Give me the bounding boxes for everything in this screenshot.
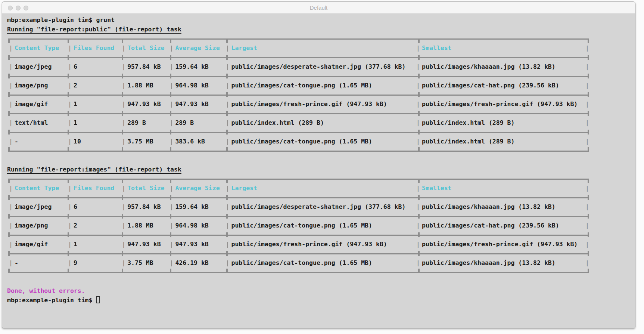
table-cell: 426.19 kB (169, 258, 225, 267)
table-grid-line (8, 53, 589, 62)
table-grid-line (8, 71, 589, 81)
table-cell: 383.6 kB (169, 137, 225, 146)
table-header-row: Content Type Files Found Total Size Aver… (8, 183, 589, 193)
table-row: image/png 2 1.88 MB 964.98 kB public/ima… (8, 81, 589, 90)
table-cell: 9 (67, 258, 121, 267)
table-row: image/jpeg 6 957.84 kB 159.64 kB public/… (8, 202, 589, 211)
table-row: image/gif 1 947.93 kB 947.93 kB public/i… (8, 99, 589, 109)
table-row: image/png 2 1.88 MB 964.98 kB public/ima… (8, 221, 589, 230)
table-cell: 947.93 kB (169, 99, 225, 109)
shell-prompt: mbp:example-plugin tim$ (7, 16, 92, 24)
table-cell: 1 (67, 99, 121, 109)
window-titlebar[interactable]: Default (2, 2, 635, 14)
file-report-table-images: Content Type Files Found Total Size Aver… (8, 174, 589, 277)
table-cell: 289 B (121, 118, 169, 127)
table-cell: image/jpeg (8, 202, 67, 211)
terminal-cursor (96, 296, 100, 303)
table-row: - 10 3.75 MB 383.6 kB public/images/cat-… (8, 137, 589, 146)
table-cell: public/images/khaaaan.jpg (13.82 kB) (416, 258, 585, 267)
column-header: Smallest (416, 183, 585, 193)
done-line: Done, without errors. (7, 286, 635, 296)
task-heading: Running "file-report:public" (file-repor… (7, 26, 181, 33)
table-cell: 10 (67, 137, 121, 146)
minimize-button[interactable] (16, 6, 21, 10)
column-header: Content Type (8, 183, 67, 193)
table-grid-line (8, 90, 589, 99)
zoom-button[interactable] (24, 6, 28, 10)
column-header: Files Found (67, 183, 121, 193)
table-cell: 2 (67, 81, 121, 90)
file-report-table-public: Content Type Files Found Total Size Aver… (8, 34, 589, 155)
column-header: Largest (225, 43, 416, 53)
table-grid-line (8, 267, 589, 277)
table-grid-line (8, 109, 589, 118)
table-row: text/html 1 289 B 289 B public/index.htm… (8, 118, 589, 127)
column-header: Content Type (8, 43, 67, 53)
table-cell: public/index.html (289 B) (416, 137, 585, 146)
table-cell: image/png (8, 81, 67, 90)
task-heading: Running "file-report:images" (file-repor… (7, 166, 181, 173)
table-cell: public/index.html (289 B) (225, 118, 416, 127)
table-grid-line (8, 146, 589, 155)
table-header-row: Content Type Files Found Total Size Aver… (8, 43, 589, 53)
column-header: Total Size (121, 43, 169, 53)
table-cell: 2 (67, 221, 121, 230)
table-cell: 289 B (169, 118, 225, 127)
table-cell: image/gif (8, 239, 67, 249)
close-button[interactable] (8, 6, 13, 10)
table-cell: 6 (67, 202, 121, 211)
table-row: image/jpeg 6 957.84 kB 159.64 kB public/… (8, 62, 589, 71)
table-grid-line (8, 230, 589, 239)
table-cell: 947.93 kB (121, 239, 169, 249)
column-header: Smallest (416, 43, 585, 53)
terminal-window: Default mbp:example-plugin tim$grunt Run… (2, 1, 635, 328)
table-cell: 1 (67, 118, 121, 127)
table-cell: public/images/cat-tongue.png (1.65 MB) (225, 221, 416, 230)
table-cell: 3.75 MB (121, 258, 169, 267)
table-cell: 964.98 kB (169, 81, 225, 90)
table-cell: 947.93 kB (121, 99, 169, 109)
task-heading-line: Running "file-report:public" (file-repor… (7, 25, 635, 34)
table-cell: public/index.html (289 B) (416, 118, 585, 127)
table-cell: image/png (8, 221, 67, 230)
traffic-light-buttons (8, 2, 28, 14)
table-cell: 3.75 MB (121, 137, 169, 146)
shell-prompt: mbp:example-plugin tim$ (7, 297, 92, 304)
table-cell: public/images/fresh-prince.gif (947.93 k… (416, 239, 585, 249)
table-cell: 1.88 MB (121, 221, 169, 230)
table-cell: image/jpeg (8, 62, 67, 71)
blank-line (7, 155, 635, 165)
blank-line (7, 277, 635, 286)
table-row: image/gif 1 947.93 kB 947.93 kB public/i… (8, 239, 589, 249)
table-cell: public/images/fresh-prince.gif (947.93 k… (225, 239, 416, 249)
table-cell: 1.88 MB (121, 81, 169, 90)
window-title: Default (2, 2, 635, 14)
table-cell: public/images/cat-hat.png (239.56 kB) (416, 81, 585, 90)
table-cell: public/images/cat-tongue.png (1.65 MB) (225, 81, 416, 90)
shell-command-line: mbp:example-plugin tim$grunt (7, 15, 635, 25)
table-cell: - (8, 258, 67, 267)
table-cell: 957.84 kB (121, 202, 169, 211)
shell-prompt-line: mbp:example-plugin tim$ (7, 296, 635, 305)
table-grid-line (8, 127, 589, 137)
table-grid-line (8, 34, 589, 43)
column-header: Files Found (67, 43, 121, 53)
column-header: Largest (225, 183, 416, 193)
column-header: Average Size (169, 43, 225, 53)
table-cell: public/images/desperate-shatner.jpg (377… (225, 202, 416, 211)
column-header: Average Size (169, 183, 225, 193)
column-header: Total Size (121, 183, 169, 193)
desktop-background: Default mbp:example-plugin tim$grunt Run… (0, 0, 644, 334)
table-cell: text/html (8, 118, 67, 127)
terminal-screen[interactable]: mbp:example-plugin tim$grunt Running "fi… (2, 14, 635, 328)
table-cell: 964.98 kB (169, 221, 225, 230)
table-cell: public/images/desperate-shatner.jpg (377… (225, 62, 416, 71)
table-row: - 9 3.75 MB 426.19 kB public/images/cat-… (8, 258, 589, 267)
task-heading-line: Running "file-report:images" (file-repor… (7, 165, 635, 174)
table-grid-line (8, 174, 589, 183)
table-cell: 1 (67, 239, 121, 249)
table-cell: 6 (67, 62, 121, 71)
table-cell: public/images/cat-tongue.png (1.65 MB) (225, 137, 416, 146)
table-cell: public/images/fresh-prince.gif (947.93 k… (225, 99, 416, 109)
table-cell: public/images/khaaaan.jpg (13.82 kB) (416, 202, 585, 211)
